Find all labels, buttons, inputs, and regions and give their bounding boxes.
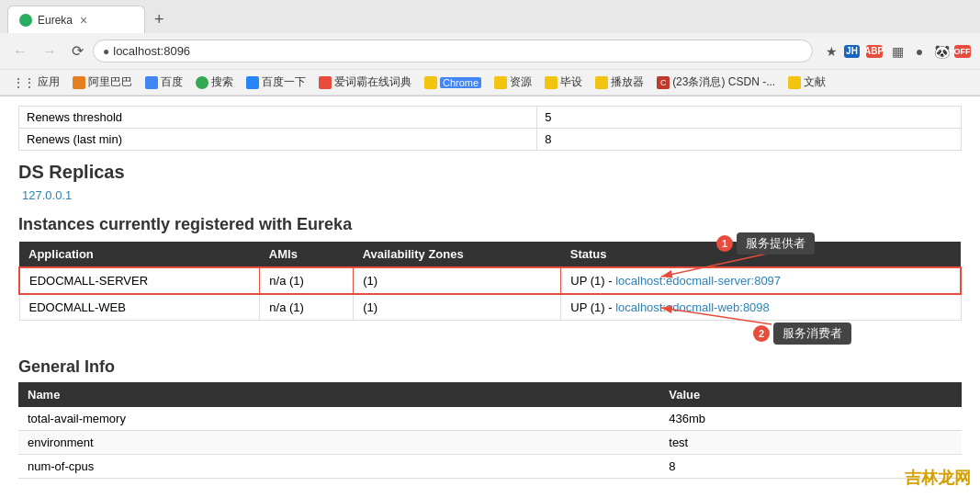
app-amis-2: n/a (1) bbox=[260, 294, 354, 321]
table-row: environment test bbox=[18, 431, 962, 455]
info-col-value: Value bbox=[659, 382, 962, 407]
csdn-icon: C bbox=[657, 76, 670, 89]
col-application: Application bbox=[19, 242, 260, 267]
service-link-2[interactable]: localhost:edocmall-web:8098 bbox=[615, 300, 770, 314]
abp-icon: ABP bbox=[866, 42, 884, 61]
bookmarks-bar: ⋮⋮ 应用 阿里巴巴 百度 搜索 百度一下 爱词霸在线词典 Chrome bbox=[0, 70, 980, 96]
nav-icons: ★ JH ABP ▦ ● 🐼 OFF bbox=[822, 42, 973, 61]
baidu100-icon bbox=[246, 76, 259, 89]
table-row: num-of-cpus 8 bbox=[18, 455, 962, 479]
new-tab-button[interactable]: + bbox=[149, 10, 170, 29]
app-status-2: UP (1) - localhost:edocmall-web:8098 bbox=[561, 294, 961, 321]
annotation-number-2: 2 bbox=[753, 325, 770, 342]
jh-icon: JH bbox=[844, 42, 862, 61]
tab-favicon bbox=[19, 14, 32, 27]
active-tab[interactable]: Eureka × bbox=[7, 6, 145, 33]
info-col-name: Name bbox=[18, 382, 659, 407]
tab-bar: Eureka × + bbox=[0, 0, 980, 33]
refresh-button[interactable]: ⟳ bbox=[66, 39, 89, 63]
bookmark-aicihao[interactable]: 爱词霸在线词典 bbox=[313, 73, 417, 92]
address-bar[interactable]: ● localhost:8096 bbox=[93, 40, 813, 62]
table-row: EDOCMALL-WEB n/a (1) (1) UP (1) - localh… bbox=[19, 294, 961, 321]
sousuo-icon bbox=[196, 76, 208, 89]
browser-chrome: Eureka × + ← → ⟳ ● localhost:8096 ★ JH A… bbox=[0, 0, 980, 96]
bookmark-baidu[interactable]: 百度 bbox=[140, 73, 188, 92]
alibaba-icon bbox=[73, 76, 85, 89]
bookmark-wenxian[interactable]: 文献 bbox=[783, 73, 831, 92]
address-text: localhost:8096 bbox=[113, 44, 803, 58]
bookmark-apps[interactable]: ⋮⋮ 应用 bbox=[7, 73, 65, 92]
qr-icon[interactable]: ▦ bbox=[888, 42, 907, 61]
annotation-label-2: 服务消费者 bbox=[773, 323, 851, 345]
app-amis-1: n/a (1) bbox=[260, 267, 354, 294]
page-content: Renews threshold 5 Renews (last min) 8 D… bbox=[0, 96, 980, 488]
table-row: EDOCMALL-SERVER n/a (1) (1) UP (1) - loc… bbox=[19, 267, 961, 294]
lock-icon: ● bbox=[103, 45, 109, 58]
top-stats-table: Renews threshold 5 Renews (last min) 8 bbox=[18, 106, 962, 151]
app-status-1: UP (1) - localhost:edocmall-server:8097 bbox=[561, 267, 961, 294]
info-value-1: test bbox=[659, 431, 962, 455]
bofang-icon bbox=[595, 76, 608, 89]
ziyuan-icon bbox=[494, 76, 507, 89]
renews-lastmin-value: 8 bbox=[537, 129, 962, 151]
info-name-0: total-avail-memory bbox=[18, 407, 659, 431]
bookmark-ziyuan[interactable]: 资源 bbox=[489, 73, 537, 92]
info-name-1: environment bbox=[18, 431, 659, 455]
renews-threshold-value: 5 bbox=[537, 107, 962, 129]
tab-title: Eureka bbox=[38, 14, 73, 27]
general-info-table: Name Value total-avail-memory 436mb envi… bbox=[18, 382, 962, 479]
table-row: Renews (last min) 8 bbox=[19, 129, 962, 151]
app-zones-1: (1) bbox=[354, 267, 561, 294]
table-header-row: Application AMIs Availability Zones Stat… bbox=[19, 242, 961, 267]
instances-container: 1 服务提供者 Application AMIs Availability Zo… bbox=[18, 242, 962, 345]
annotation-consumer: 2 服务消费者 bbox=[753, 323, 851, 345]
service-link-1[interactable]: localhost:edocmall-server:8097 bbox=[615, 274, 781, 288]
bookmark-bofang[interactable]: 播放器 bbox=[590, 73, 649, 92]
general-info-title: General Info bbox=[18, 357, 962, 377]
app-zones-2: (1) bbox=[354, 294, 561, 321]
col-zones: Availability Zones bbox=[354, 242, 561, 267]
bookmark-alibaba[interactable]: 阿里巴巴 bbox=[67, 73, 138, 92]
info-name-2: num-of-cpus bbox=[18, 455, 659, 479]
app-name-2: EDOCMALL-WEB bbox=[19, 294, 260, 321]
annotation-provider: 1 服务提供者 bbox=[716, 232, 815, 255]
bookmark-chrome[interactable]: Chrome bbox=[419, 74, 487, 91]
table-row: Renews threshold 5 bbox=[19, 107, 962, 129]
replica-ip-link[interactable]: 127.0.0.1 bbox=[22, 188, 72, 202]
renews-lastmin-label: Renews (last min) bbox=[19, 129, 537, 151]
info-value-0: 436mb bbox=[659, 407, 962, 431]
off-icon: OFF bbox=[954, 42, 973, 61]
nav-bar: ← → ⟳ ● localhost:8096 ★ JH ABP ▦ ● 🐼 OF… bbox=[0, 33, 980, 70]
annotation-number-1: 1 bbox=[716, 235, 733, 252]
annotation-consumer-wrapper: 2 服务消费者 bbox=[18, 323, 962, 345]
back-button[interactable]: ← bbox=[7, 40, 33, 63]
col-amis: AMIs bbox=[260, 242, 354, 267]
bookmark-bishuo[interactable]: 毕设 bbox=[539, 73, 588, 92]
annotation-label-1: 服务提供者 bbox=[737, 232, 815, 255]
wenxian-icon bbox=[788, 76, 801, 89]
chrome-folder-icon bbox=[424, 76, 437, 89]
profile-icon[interactable]: ● bbox=[910, 42, 929, 61]
table-row: total-avail-memory 436mb bbox=[18, 407, 962, 431]
eureka-table: Application AMIs Availability Zones Stat… bbox=[18, 242, 962, 321]
aicihao-icon bbox=[319, 76, 332, 89]
watermark: 吉林龙网 bbox=[905, 467, 971, 488]
apps-icon: ⋮⋮ bbox=[13, 76, 35, 89]
tab-close-button[interactable]: × bbox=[80, 13, 87, 28]
bishuo-icon bbox=[545, 76, 558, 89]
bookmark-baidu100[interactable]: 百度一下 bbox=[241, 73, 311, 92]
ds-replicas-title: DS Replicas bbox=[18, 162, 962, 183]
bookmark-csdn[interactable]: C (23条消息) CSDN -... bbox=[651, 73, 781, 92]
instances-title: Instances currently registered with Eure… bbox=[18, 215, 962, 234]
bookmark-sousuo[interactable]: 搜索 bbox=[190, 73, 239, 92]
baidu-icon bbox=[145, 76, 158, 89]
chrome-label: Chrome bbox=[440, 77, 481, 88]
bookmark-star-icon[interactable]: ★ bbox=[822, 42, 840, 61]
info-header-row: Name Value bbox=[18, 382, 962, 407]
panda-icon[interactable]: 🐼 bbox=[932, 42, 951, 61]
renews-threshold-label: Renews threshold bbox=[19, 107, 537, 129]
forward-button[interactable]: → bbox=[37, 40, 62, 63]
app-name-1: EDOCMALL-SERVER bbox=[19, 267, 260, 294]
